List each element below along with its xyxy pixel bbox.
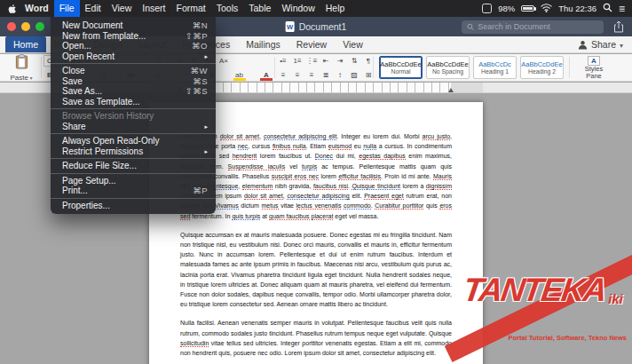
menubar-item-tools[interactable]: Tools <box>211 0 244 17</box>
file-menu-item[interactable]: Print...⌘P <box>51 186 216 196</box>
style-normal[interactable]: AaBbCcDdEeNormal <box>379 56 423 79</box>
align-right-icon[interactable]: ≡ <box>305 69 318 81</box>
menu-item-label: Save As... <box>62 86 178 97</box>
menubar-item-format[interactable]: Format <box>171 0 211 17</box>
style-preview-text: AaBbCcDdEe <box>380 60 421 68</box>
style-name-label: Normal <box>391 68 411 75</box>
menubar-item-table[interactable]: Table <box>243 0 276 17</box>
highlight-color-icon[interactable]: ab <box>233 69 246 81</box>
menubar-item-edit[interactable]: Edit <box>80 0 107 17</box>
search-input[interactable] <box>478 22 598 31</box>
zoom-window-button[interactable] <box>36 22 44 31</box>
file-menu-item: Browse Version History <box>51 111 216 122</box>
file-menu-item[interactable]: Share▸ <box>51 122 216 132</box>
menu-separator <box>51 173 216 174</box>
menu-item-label: Save <box>62 76 186 87</box>
apple-menu-icon[interactable] <box>7 3 18 15</box>
file-menu-item[interactable]: Open Recent▸ <box>51 51 216 62</box>
file-menu-item[interactable]: Save as Template... <box>51 97 216 107</box>
person-icon <box>578 40 588 50</box>
menubar-item-insert[interactable]: Insert <box>137 0 170 17</box>
file-menu-item[interactable]: Reduce File Size... <box>51 161 216 171</box>
tab-mailings[interactable]: Mailings <box>238 36 288 52</box>
sort-icon[interactable]: ⇅ <box>348 55 360 67</box>
align-left-icon[interactable]: ≡ <box>277 69 289 81</box>
style-name-label: Heading 2 <box>528 68 556 75</box>
clipboard-icon <box>15 54 28 73</box>
chevron-down-icon <box>620 39 623 50</box>
submenu-arrow-icon: ▸ <box>204 122 208 132</box>
spotlight-search-icon[interactable] <box>603 3 612 14</box>
menu-item-shortcut: ⌘N <box>193 20 208 31</box>
menu-item-label: Always Open Read-Only <box>62 136 208 146</box>
battery-percentage: 98% <box>498 4 515 13</box>
share-button[interactable]: Share <box>578 39 623 50</box>
document-search-box[interactable] <box>462 20 604 34</box>
menu-item-label: Close <box>62 66 184 76</box>
style-preview-text: AaBbCcDc <box>478 60 511 68</box>
style-heading-2[interactable]: AaBbCcDdEeHeading 2 <box>520 56 564 79</box>
styles-gallery: AaBbCcDdEeNormalAaBbCcDdEeNo SpacingAaBb… <box>374 54 569 81</box>
clear-formatting-icon[interactable]: A× <box>217 55 230 67</box>
search-icon <box>467 23 474 31</box>
paste-button[interactable]: Paste <box>2 54 41 81</box>
tab-review[interactable]: Review <box>288 36 335 52</box>
file-menu-item[interactable]: Open...⌘O <box>51 41 216 51</box>
paragraph-icons-row1: •≡1≡⋮≡⇤⇥⇅¶ <box>277 55 371 67</box>
bullets-icon[interactable]: •≡ <box>277 55 289 67</box>
style-name-label: No Spacing <box>432 68 463 75</box>
tab-view[interactable]: View <box>335 36 371 52</box>
menu-item-shortcut: ⌘O <box>192 41 208 51</box>
close-window-button[interactable] <box>7 22 16 31</box>
paragraph-group: •≡1≡⋮≡⇤⇥⇅¶ ≡≡≡≣↕▨⊞ <box>275 54 373 81</box>
styles-pane-button[interactable]: A Styles Pane <box>570 54 618 81</box>
file-menu-item[interactable]: Properties... <box>51 201 216 211</box>
file-menu-item[interactable]: Save⌘S <box>51 76 216 87</box>
menubar-item-word[interactable]: Word <box>20 0 54 17</box>
menu-item-label: Open... <box>62 41 185 51</box>
menubar-item-window[interactable]: Window <box>276 0 320 17</box>
style-no-spacing[interactable]: AaBbCcDdEeNo Spacing <box>426 56 470 79</box>
submenu-arrow-icon: ▸ <box>204 146 208 157</box>
increase-indent-icon[interactable]: ⇥ <box>334 55 346 67</box>
notification-center-icon[interactable] <box>619 3 625 15</box>
multilevel-list-icon[interactable]: ⋮≡ <box>305 55 318 67</box>
menu-item-label: Share <box>62 122 197 132</box>
menubar-clock[interactable]: Thu 22:36 <box>558 4 596 13</box>
menubar-status: 98% Thu 22:36 <box>482 3 632 15</box>
font-color-icon[interactable]: A <box>260 69 273 81</box>
menu-item-shortcut: ⌘W <box>191 66 208 76</box>
minimize-window-button[interactable] <box>21 22 30 31</box>
menu-extra-icon[interactable] <box>482 4 492 13</box>
window-title-group: Document1 <box>286 17 347 36</box>
titlebar-share-icon[interactable] <box>613 20 624 36</box>
window-controls <box>7 22 44 31</box>
menu-item-shortcut: ⇧⌘S <box>186 86 208 97</box>
file-menu-item[interactable]: New Document⌘N <box>51 20 216 31</box>
file-menu-item[interactable]: Close⌘W <box>51 66 216 76</box>
paragraph: Lorem ipsum dolor sit amet, consectetur … <box>180 131 452 221</box>
menubar-item-file[interactable]: File <box>54 0 80 17</box>
file-menu-item[interactable]: Always Open Read-Only <box>51 136 216 146</box>
menu-item-label: Properties... <box>62 201 208 211</box>
decrease-indent-icon[interactable]: ⇤ <box>320 55 332 67</box>
right-indent-marker[interactable] <box>448 88 454 92</box>
menubar-item-help[interactable]: Help <box>320 0 351 17</box>
styles-pane-label: Pane <box>586 73 602 80</box>
ruler-ticks <box>181 83 451 92</box>
style-heading-1[interactable]: AaBbCcDcHeading 1 <box>473 56 517 79</box>
file-menu-item[interactable]: Restrict Permissions▸ <box>51 146 216 157</box>
justify-icon[interactable]: ≣ <box>320 69 332 81</box>
align-center-icon[interactable]: ≡ <box>291 69 304 81</box>
numbering-icon[interactable]: 1≡ <box>291 55 304 67</box>
file-menu-item[interactable]: Save As...⇧⌘S <box>51 86 216 97</box>
file-menu-item[interactable]: New from Template...⇧⌘P <box>51 31 216 42</box>
shading-icon[interactable]: ▨ <box>348 69 360 81</box>
tab-home[interactable]: Home <box>5 36 46 52</box>
battery-icon[interactable] <box>521 5 534 12</box>
file-menu-item[interactable]: Page Setup... <box>51 176 216 186</box>
line-spacing-icon[interactable]: ↕ <box>334 69 346 81</box>
menubar-item-view[interactable]: View <box>107 0 138 17</box>
menu-item-label: New Document <box>62 20 186 31</box>
wifi-icon[interactable] <box>541 4 552 14</box>
